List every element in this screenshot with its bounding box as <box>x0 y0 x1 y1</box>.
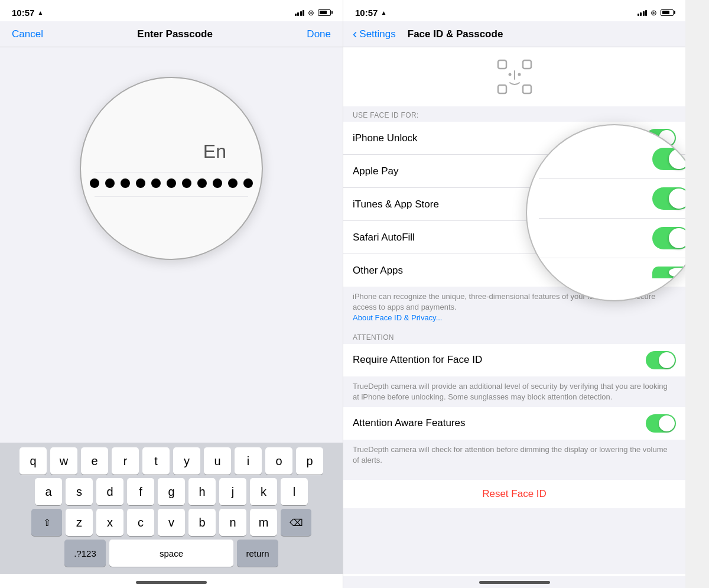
signal-icon-right <box>638 9 648 16</box>
mag-row-3 <box>539 219 685 258</box>
attention-group: Require Attention for Face ID <box>343 344 685 376</box>
label-apple-pay: Apple Pay <box>353 165 399 177</box>
key-c[interactable]: c <box>127 509 154 536</box>
key-p[interactable]: p <box>296 447 323 475</box>
nav-title-right: Face ID & Passcode <box>408 28 503 40</box>
row-require-attention[interactable]: Require Attention for Face ID <box>343 344 685 376</box>
key-j[interactable]: j <box>219 478 246 505</box>
key-space[interactable]: space <box>109 540 233 567</box>
key-g[interactable]: g <box>158 478 185 505</box>
location-arrow: ▲ <box>37 9 43 16</box>
key-numbers[interactable]: .?123 <box>64 540 106 567</box>
key-b[interactable]: b <box>188 509 216 536</box>
keyboard-row-2: a s d f g h j k l <box>2 478 340 505</box>
key-u[interactable]: u <box>204 447 231 475</box>
attention-desc-2-text: TrueDepth camera will check for attentio… <box>353 445 668 464</box>
reset-face-id-button[interactable]: Reset Face ID <box>482 488 547 499</box>
svg-rect-0 <box>498 60 506 69</box>
signal-icon <box>295 9 305 16</box>
mag-knob-2 <box>669 189 685 209</box>
section-header-face-id: USE FACE ID FOR: <box>343 106 685 122</box>
reset-row[interactable]: Reset Face ID <box>343 480 685 508</box>
keyboard[interactable]: q w e r t y u i o p a s d f g h j k l ⇧ … <box>0 443 343 574</box>
toggle-require-attention[interactable] <box>646 351 676 369</box>
back-arrow-icon[interactable]: ‹ <box>353 27 357 42</box>
wifi-icon-right: ⊛ <box>651 8 657 17</box>
battery-icon <box>318 9 331 16</box>
key-shift[interactable]: ⇧ <box>31 509 62 536</box>
toggle-attention-aware[interactable] <box>646 414 676 433</box>
home-indicator-right <box>479 581 550 584</box>
svg-rect-2 <box>498 85 506 93</box>
face-id-privacy-link[interactable]: About Face ID & Privacy... <box>353 313 442 322</box>
keyboard-row-3: ⇧ z x c v b n m ⌫ <box>2 509 340 536</box>
wifi-icon: ⊛ <box>308 8 314 17</box>
label-require-attention: Require Attention for Face ID <box>353 354 482 366</box>
key-r[interactable]: r <box>112 447 139 475</box>
svg-rect-1 <box>523 60 531 69</box>
attention-aware-group: Attention Aware Features <box>343 407 685 440</box>
done-button[interactable]: Done <box>307 28 331 40</box>
key-h[interactable]: h <box>188 478 216 505</box>
key-l[interactable]: l <box>281 478 308 505</box>
key-w[interactable]: w <box>50 447 77 475</box>
key-t[interactable]: t <box>142 447 170 475</box>
attention-desc-1-text: TrueDepth camera will provide an additio… <box>353 382 668 401</box>
mag-knob-3 <box>669 228 685 248</box>
time-text: 10:57 <box>12 8 34 18</box>
attention-info-2: TrueDepth camera will check for attentio… <box>343 440 685 470</box>
key-v[interactable]: v <box>158 509 185 536</box>
key-n[interactable]: n <box>219 509 246 536</box>
key-backspace[interactable]: ⌫ <box>281 509 311 536</box>
key-i[interactable]: i <box>235 447 262 475</box>
cancel-button[interactable]: Cancel <box>12 28 43 40</box>
keyboard-row-1: q w e r t y u i o p <box>2 447 340 475</box>
key-s[interactable]: s <box>66 478 93 505</box>
status-bar-left: 10:57 ▲ ⊛ <box>0 0 343 21</box>
time-left: 10:57 ▲ <box>12 8 43 18</box>
face-id-icon-area <box>343 47 685 106</box>
key-return[interactable]: return <box>237 540 278 567</box>
passcode-dots-magnified <box>90 178 253 188</box>
label-safari: Safari AutoFill <box>353 232 415 243</box>
section-header-attention: ATTENTION <box>343 329 685 344</box>
key-a[interactable]: a <box>35 478 62 505</box>
key-d[interactable]: d <box>96 478 123 505</box>
home-indicator-left <box>136 581 207 584</box>
home-bar-left <box>0 576 343 588</box>
status-icons-right: ⊛ <box>638 8 674 17</box>
svg-point-5 <box>518 73 521 76</box>
label-other-apps: Other Apps <box>353 265 403 277</box>
key-o[interactable]: o <box>265 447 292 475</box>
passcode-spacer <box>0 245 343 443</box>
mag-toggle-2 <box>652 187 685 210</box>
time-text-right: 10:57 <box>355 8 378 18</box>
magnifier-enter-label: En <box>203 141 226 163</box>
key-x[interactable]: x <box>96 509 123 536</box>
key-k[interactable]: k <box>250 478 277 505</box>
label-attention-aware: Attention Aware Features <box>353 417 466 429</box>
key-q[interactable]: q <box>19 447 47 475</box>
row-attention-aware[interactable]: Attention Aware Features <box>343 407 685 440</box>
nav-title-left: Enter Passcode <box>137 28 213 40</box>
key-y[interactable]: y <box>173 447 200 475</box>
mag-row-4 <box>539 258 685 287</box>
back-button[interactable]: Settings <box>359 28 395 40</box>
key-f[interactable]: f <box>127 478 154 505</box>
key-m[interactable]: m <box>250 509 277 536</box>
spacer-before-reset <box>343 470 685 480</box>
nav-bar-left: Cancel Enter Passcode Done <box>0 21 343 47</box>
home-bar-right <box>343 576 685 588</box>
magnifier-circle-left: En <box>80 77 263 260</box>
mag-knob-1 <box>669 149 685 169</box>
battery-icon-right <box>661 9 674 16</box>
mag-toggle-1 <box>652 148 685 170</box>
key-e[interactable]: e <box>81 447 108 475</box>
nav-bar-right: ‹ Settings Face ID & Passcode <box>343 21 685 47</box>
key-z[interactable]: z <box>66 509 93 536</box>
toggle-knob-7 <box>659 415 675 431</box>
left-phone: 10:57 ▲ ⊛ Cancel Enter Passcode Done En <box>0 0 343 588</box>
mag-row-1 <box>539 139 685 179</box>
keyboard-row-4: .?123 space return <box>2 540 340 567</box>
mag-row-2 <box>539 179 685 219</box>
